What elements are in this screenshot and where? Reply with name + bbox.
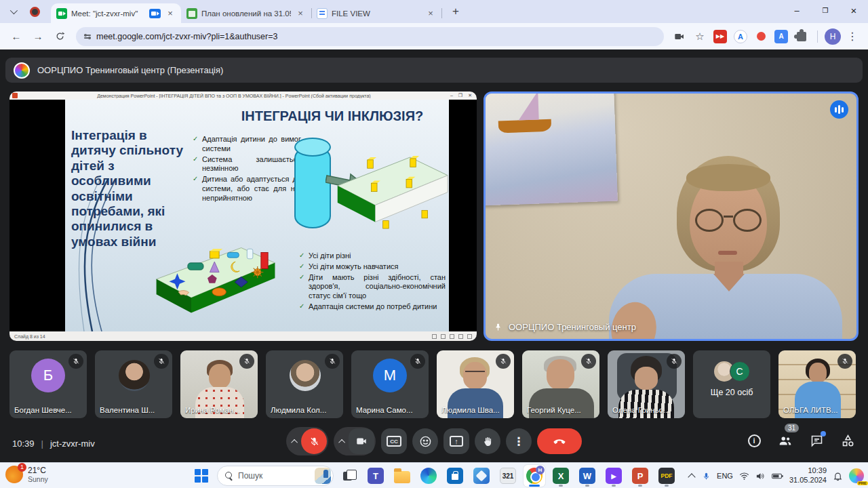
people-panel-button[interactable]: 31 bbox=[777, 432, 793, 449]
search-daily-image[interactable] bbox=[315, 468, 331, 484]
tab-search-icon[interactable] bbox=[4, 3, 22, 20]
slide-left-text: Інтеграція в дитячу спільноту дітей з ос… bbox=[71, 128, 191, 249]
movies-app[interactable]: ▶ bbox=[603, 465, 625, 487]
participant-count-badge: 31 bbox=[785, 424, 799, 432]
window-minimize-icon[interactable] bbox=[783, 0, 811, 20]
window-restore-icon[interactable] bbox=[811, 0, 840, 20]
edge-app[interactable] bbox=[418, 465, 439, 487]
bookmark-icon[interactable] bbox=[691, 28, 709, 45]
camera-permission-icon[interactable] bbox=[671, 28, 688, 45]
chrome-app[interactable]: H bbox=[524, 465, 545, 487]
raise-hand-button[interactable] bbox=[475, 428, 500, 454]
url-text[interactable]: meet.google.com/jct-zvxr-miv?pli=1&authu… bbox=[96, 32, 277, 41]
extension-recording-icon[interactable] bbox=[754, 30, 768, 43]
main-speaker-tile[interactable]: ООРЦПИО Тренинговый центр bbox=[484, 92, 859, 341]
task-view-button[interactable] bbox=[338, 465, 360, 487]
powerpoint-app[interactable]: P bbox=[629, 465, 651, 487]
record-indicator-icon[interactable] bbox=[30, 7, 40, 17]
excel-app[interactable]: X bbox=[550, 465, 572, 487]
extension-adblock-icon[interactable]: ▶▶ bbox=[713, 30, 727, 43]
browser-menu-icon[interactable] bbox=[844, 28, 861, 45]
captions-button[interactable] bbox=[381, 428, 407, 454]
reactions-button[interactable] bbox=[412, 428, 438, 454]
teams-icon: T bbox=[368, 468, 384, 484]
pdf-app[interactable]: PDF bbox=[656, 465, 677, 487]
extension-gtranslate-icon[interactable]: A bbox=[774, 30, 788, 43]
reload-icon[interactable] bbox=[50, 27, 69, 46]
camera-in-use-icon[interactable] bbox=[149, 9, 161, 18]
participant-tile[interactable]: Ирина Роман... bbox=[180, 350, 258, 418]
camera-button[interactable] bbox=[349, 428, 374, 454]
present-button[interactable] bbox=[443, 428, 469, 454]
chat-panel-button[interactable] bbox=[808, 432, 825, 449]
klite-app[interactable]: 321 bbox=[497, 465, 519, 487]
store-app[interactable] bbox=[444, 465, 466, 487]
weather-widget[interactable]: 1 21°C Sunny bbox=[5, 466, 48, 483]
tray-clock[interactable]: 10:39 31.05.2024 bbox=[789, 466, 827, 485]
language-indicator[interactable]: ENG bbox=[717, 472, 733, 480]
word-app[interactable]: W bbox=[576, 465, 598, 487]
site-settings-icon[interactable] bbox=[84, 35, 91, 39]
battery-icon[interactable] bbox=[772, 472, 783, 481]
mic-muted-icon bbox=[325, 354, 340, 369]
start-button[interactable] bbox=[191, 465, 212, 487]
participant-tile[interactable]: Б Богдан Шевче... bbox=[9, 350, 87, 418]
view-mode-icons[interactable] bbox=[432, 334, 472, 339]
mic-mute-button[interactable] bbox=[301, 428, 327, 454]
participant-tile[interactable]: Валентина Ш... bbox=[95, 350, 172, 418]
participant-tile[interactable]: М Марина Само... bbox=[351, 350, 429, 418]
close-tab-icon[interactable] bbox=[165, 8, 176, 19]
participant-name: Валентина Ш... bbox=[100, 406, 155, 414]
participant-tile[interactable]: ОЛЬГА ЛИТВ... bbox=[778, 350, 856, 418]
meeting-details-button[interactable] bbox=[746, 432, 762, 449]
presentation-share-tile[interactable]: Демонстрация PowerPoint - [ІНТЕГРАЦІЯ ДІ… bbox=[9, 92, 477, 341]
ppt-close-icon[interactable]: ✕ bbox=[468, 93, 472, 98]
wall-painting bbox=[484, 92, 618, 205]
ppt-minimize-icon[interactable]: – bbox=[450, 93, 453, 98]
teams-app[interactable]: T bbox=[365, 465, 387, 487]
meeting-avatar bbox=[14, 62, 30, 79]
new-tab-button[interactable] bbox=[447, 3, 465, 20]
activities-button[interactable] bbox=[840, 432, 856, 449]
photos-app[interactable] bbox=[471, 465, 492, 487]
speaker-label: ООРЦПИО Тренинговый центр bbox=[494, 322, 636, 332]
taskbar-search[interactable]: Пошук bbox=[217, 466, 334, 486]
store-icon bbox=[447, 468, 463, 484]
photos-icon bbox=[473, 468, 490, 484]
end-call-button[interactable] bbox=[537, 428, 582, 454]
overflow-tile[interactable]: C Ще 20 осіб bbox=[693, 350, 770, 418]
tray-mic-icon[interactable] bbox=[702, 472, 711, 481]
volume-icon[interactable] bbox=[755, 472, 766, 481]
taskbar-apps: Пошук T 321 H X W ▶ P PDF bbox=[191, 465, 677, 487]
extension-translate-icon[interactable]: A bbox=[734, 30, 747, 43]
close-tab-icon[interactable] bbox=[425, 8, 436, 19]
browser-tab-plan[interactable]: План оновлений на 31.05 • ор bbox=[181, 3, 311, 23]
mic-options-icon[interactable] bbox=[290, 436, 300, 446]
close-tab-icon[interactable] bbox=[295, 8, 306, 19]
notifications-bell-icon[interactable] bbox=[833, 471, 843, 481]
camera-options-icon[interactable] bbox=[338, 436, 347, 446]
back-icon[interactable]: ← bbox=[7, 27, 26, 46]
weather-icon: 1 bbox=[5, 466, 23, 483]
mic-muted-icon bbox=[667, 354, 682, 369]
forward-icon[interactable]: → bbox=[28, 27, 47, 46]
copilot-icon[interactable] bbox=[849, 468, 864, 483]
ppt-restore-icon[interactable]: ❐ bbox=[458, 93, 462, 98]
powerpoint-icon bbox=[12, 93, 18, 98]
tray-expand-icon[interactable] bbox=[688, 472, 696, 480]
more-options-button[interactable] bbox=[506, 428, 532, 454]
address-bar[interactable]: meet.google.com/jct-zvxr-miv?pli=1&authu… bbox=[76, 27, 664, 46]
participant-tile[interactable]: Людмила Кол... bbox=[266, 350, 343, 418]
window-close-icon[interactable] bbox=[840, 0, 868, 20]
wifi-icon[interactable] bbox=[739, 472, 749, 481]
browser-tab-meet[interactable]: Meet: "jct-zvxr-miv" bbox=[51, 3, 181, 23]
participant-tile[interactable]: Олена Гриньо... bbox=[608, 350, 685, 418]
extensions-icon[interactable] bbox=[797, 32, 806, 41]
slide: Інтеграція в дитячу спільноту дітей з ос… bbox=[65, 100, 449, 331]
participant-tile[interactable]: Георгий Куце... bbox=[522, 350, 599, 418]
file-explorer-app[interactable] bbox=[391, 465, 413, 487]
browser-tab-fileview[interactable]: FILE VIEW bbox=[311, 3, 441, 23]
search-icon bbox=[225, 472, 233, 480]
profile-avatar[interactable]: H bbox=[825, 28, 841, 45]
participant-tile[interactable]: Людмила Шва... bbox=[437, 350, 514, 418]
